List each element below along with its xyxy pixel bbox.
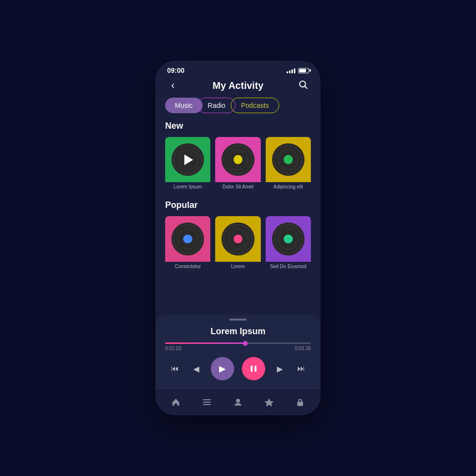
skip-back-button[interactable]: ⏮ [168, 362, 182, 375]
card-label: Dolor Sit Amet [215, 182, 260, 190]
nav-user[interactable] [228, 392, 248, 412]
nav-home[interactable] [166, 392, 186, 412]
section-title-popular: Popular [165, 200, 311, 210]
phone-frame: 09:00 ‹ My Activity Music Radio Pod [155, 61, 321, 415]
player-title: Lorem Ipsum [165, 326, 311, 337]
section-title-new: New [165, 121, 311, 131]
home-icon [171, 397, 181, 407]
skip-forward-button[interactable]: ⏭ [294, 362, 308, 375]
popular-card-2[interactable]: Lorem [215, 216, 260, 270]
card-label: Consectetur [165, 262, 210, 270]
tab-music[interactable]: Music [165, 98, 203, 113]
new-card-2[interactable]: Dolor Sit Amet [215, 137, 260, 190]
total-time: 0:03.36 [295, 346, 311, 351]
new-card-3[interactable]: Adipiscing elit [266, 137, 311, 190]
nav-menu[interactable] [197, 392, 217, 412]
svg-point-7 [236, 399, 240, 403]
new-card-1[interactable]: Lorem Ipsum [165, 137, 210, 190]
player-controls: ⏮ ◀ ▶ ▶ ⏭ [165, 357, 311, 380]
progress-container[interactable]: 0:02.03 0:03.36 [165, 342, 311, 351]
back-button[interactable]: ‹ [165, 79, 181, 92]
lock-icon [295, 397, 305, 407]
popular-grid: Consectetur Lorem Sed Do Eiusmod [165, 216, 311, 270]
bottom-nav [155, 388, 321, 415]
header: ‹ My Activity [155, 77, 321, 98]
star-icon [264, 397, 274, 407]
user-icon [233, 397, 243, 407]
search-icon [298, 80, 308, 89]
forward-button[interactable]: ▶ [273, 362, 287, 375]
pause-icon [250, 365, 257, 373]
status-time: 09:00 [167, 67, 185, 74]
menu-icon [202, 397, 212, 407]
nav-lock[interactable] [290, 392, 310, 412]
player-handle [229, 319, 247, 321]
svg-marker-8 [265, 398, 274, 407]
content-area: New Lorem Ipsum [155, 121, 321, 288]
nav-star[interactable] [259, 392, 279, 412]
svg-rect-2 [251, 366, 253, 372]
svg-rect-9 [297, 402, 303, 406]
card-label: Sed Do Eiusmod [266, 262, 311, 270]
rewind-button[interactable]: ◀ [189, 362, 203, 375]
current-time: 0:02.03 [165, 346, 181, 351]
status-bar: 09:00 [155, 61, 321, 77]
progress-bar[interactable] [165, 342, 311, 344]
popular-card-1[interactable]: Consectetur [165, 216, 210, 270]
new-grid: Lorem Ipsum Dolor Sit Amet Adipisc [165, 137, 311, 190]
page-title: My Activity [213, 80, 264, 91]
progress-fill [165, 342, 245, 344]
play-button[interactable]: ▶ [211, 357, 234, 380]
card-label: Lorem Ipsum [165, 182, 210, 190]
battery-icon [298, 68, 309, 73]
status-icons [287, 68, 309, 73]
pause-button[interactable] [242, 357, 265, 380]
progress-dot [243, 341, 248, 346]
tab-radio[interactable]: Radio [198, 98, 236, 113]
search-button[interactable] [295, 80, 311, 92]
svg-line-1 [305, 86, 307, 88]
card-label: Lorem [215, 262, 260, 270]
tabs: Music Radio Podcasts [155, 98, 321, 121]
play-overlay [183, 154, 193, 165]
player: Lorem Ipsum 0:02.03 0:03.36 ⏮ ◀ ▶ ▶ ⏭ [155, 315, 321, 388]
signal-icon [287, 68, 295, 73]
card-label: Adipiscing elit [266, 182, 311, 190]
tab-podcasts[interactable]: Podcasts [231, 98, 279, 113]
svg-rect-3 [255, 366, 256, 372]
popular-card-3[interactable]: Sed Do Eiusmod [266, 216, 311, 270]
time-labels: 0:02.03 0:03.36 [165, 346, 311, 351]
